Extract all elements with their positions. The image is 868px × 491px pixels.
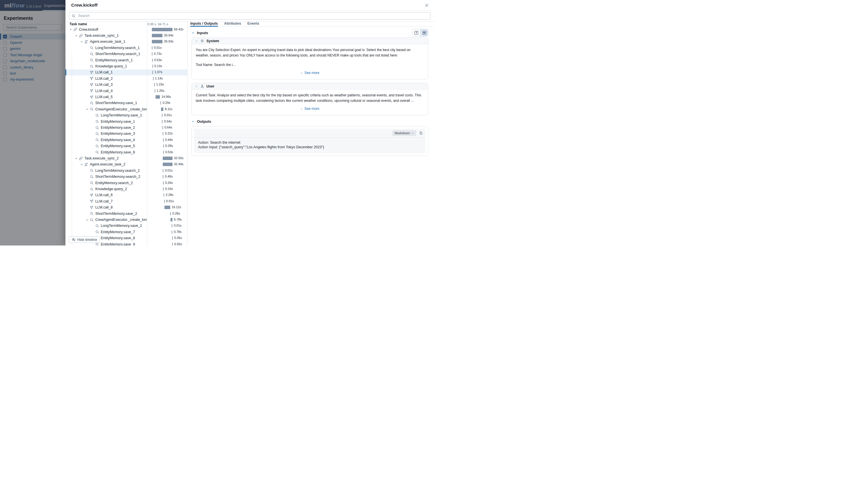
tree-row[interactable]: ShortTermMemory.save_10.29s: [65, 100, 187, 106]
search-icon: [95, 150, 100, 154]
outputs-section-header[interactable]: Outputs: [191, 119, 428, 124]
tree-row[interactable]: ShortTermMemory.search_10.73s: [65, 51, 187, 57]
chevron-down-icon[interactable]: [85, 108, 89, 111]
duration-label: 0.44s: [165, 138, 173, 141]
chevron-down-icon: [411, 132, 414, 135]
span-name: Crew.kickoff: [79, 28, 98, 32]
tree-row[interactable]: Agent.execute_task_135.93s: [65, 39, 187, 45]
tree-row[interactable]: LongTermMemory.save_20.01s: [65, 223, 187, 229]
gear-icon: [200, 39, 204, 43]
system-message-text: You are City Selection Expert. An expert…: [196, 47, 424, 58]
output-line: Action Input: {"search_query":"Los Angel…: [198, 145, 422, 149]
search-icon: [89, 212, 94, 215]
network-icon: [89, 95, 94, 99]
chevron-down-icon[interactable]: [74, 157, 78, 160]
render-mode-toggle: T M: [412, 29, 428, 36]
duration-label: 0.01s: [165, 169, 172, 172]
tab-events[interactable]: Events: [247, 22, 259, 26]
markdown-toggle[interactable]: M: [420, 29, 428, 36]
tree-row[interactable]: Task.execute_sync_232.50s: [65, 155, 187, 161]
network-icon: [89, 83, 94, 87]
duration-label: 35.94s: [164, 34, 173, 37]
network-icon: [89, 193, 94, 197]
duration-bar: [152, 34, 162, 37]
span-name: LLM.call_4: [95, 89, 112, 93]
tree-rows: Crew.kickoff69.42sTask.execute_sync_135.…: [65, 26, 187, 246]
raw-text-toggle[interactable]: T: [412, 29, 420, 36]
span-name: EntityMemory.save_8: [101, 236, 135, 240]
tree-row[interactable]: EntityMemory.save_10.54s: [65, 118, 187, 124]
duration-bar: [163, 150, 164, 154]
chevron-down-icon[interactable]: [79, 163, 84, 166]
duration-bar: [170, 212, 171, 215]
tree-row[interactable]: LongTermMemory.search_10.01s: [65, 45, 187, 51]
duration-label: 0.53s: [165, 150, 173, 154]
tree-row[interactable]: LLM.call_11.07s: [65, 69, 187, 76]
duration-label: 0.28s: [165, 144, 173, 147]
tree-row[interactable]: EntityMemory.save_20.64s: [65, 124, 187, 131]
network-icon: [89, 70, 94, 74]
tree-row[interactable]: Agent.execute_task_232.49s: [65, 162, 187, 168]
tree-row[interactable]: LLM.call_31.23s: [65, 82, 187, 88]
see-more-link[interactable]: See more: [196, 104, 424, 114]
duration-bar: [152, 28, 172, 31]
chevron-down-icon[interactable]: [68, 28, 73, 31]
span-name: LongTermMemory.save_1: [101, 113, 142, 117]
user-card-header[interactable]: User: [192, 83, 428, 89]
span-name: CrewAgentExecutor._create_long_term_memo…: [95, 107, 147, 111]
tree-row[interactable]: EntityMemory.save_30.22s: [65, 131, 187, 137]
tree-row[interactable]: LLM.call_70.91s: [65, 198, 187, 204]
tree-row[interactable]: LongTermMemory.search_20.01s: [65, 168, 187, 174]
tree-row[interactable]: Knowledge.query_20.16s: [65, 186, 187, 192]
tree-row[interactable]: EntityMemory.save_40.44s: [65, 137, 187, 143]
search-icon: [89, 218, 94, 222]
duration-bar: [172, 230, 172, 234]
link-icon: [78, 156, 83, 160]
duration-bar: [153, 64, 153, 68]
tree-row[interactable]: EntityMemory.search_20.26s: [65, 180, 187, 186]
detail-panel: Inputs / Outputs Attributes Events Input…: [187, 22, 434, 246]
trace-search-input[interactable]: [78, 13, 428, 18]
copy-icon[interactable]: [419, 132, 423, 135]
tree-row[interactable]: Crew.kickoff69.42s: [65, 26, 187, 32]
tree-row[interactable]: EntityMemory.save_70.78s: [65, 229, 187, 235]
tree-row[interactable]: LLM.call_21.14s: [65, 76, 187, 82]
system-card-header[interactable]: System: [192, 38, 428, 44]
tree-row[interactable]: LLM.call_62.28s: [65, 192, 187, 198]
tab-attributes[interactable]: Attributes: [224, 22, 241, 26]
hide-timeline-button[interactable]: Hide timeline: [69, 236, 100, 243]
tree-row[interactable]: EntityMemory.search_10.53s: [65, 57, 187, 63]
tab-inputs-outputs[interactable]: Inputs / Outputs: [190, 22, 218, 26]
close-icon[interactable]: [424, 3, 429, 8]
tree-row[interactable]: Task.execute_sync_135.94s: [65, 32, 187, 38]
chevron-right-icon: [195, 85, 198, 88]
duration-label: 0.78s: [174, 230, 182, 233]
tree-row[interactable]: ShortTermMemory.save_20.28s: [65, 210, 187, 216]
tree-row[interactable]: Knowledge.query_10.13s: [65, 63, 187, 69]
duration-label: 0.64s: [164, 126, 172, 129]
duration-label: 0.73s: [154, 52, 162, 55]
see-more-link[interactable]: See more: [196, 68, 424, 78]
chevron-down-icon[interactable]: [79, 40, 84, 43]
tree-row[interactable]: LLM.call_514.96s: [65, 94, 187, 100]
search-icon: [89, 187, 94, 191]
tree-row[interactable]: CrewAgentExecutor._create_long_term_memo…: [65, 216, 187, 223]
tree-row[interactable]: CrewAgentExecutor._create_long_term_memo…: [65, 106, 187, 112]
tree-row[interactable]: LongTermMemory.save_10.01s: [65, 112, 187, 118]
span-name: ShortTermMemory.search_2: [95, 175, 140, 179]
tree-row[interactable]: ShortTermMemory.search_20.49s: [65, 174, 187, 180]
format-select[interactable]: Markdown: [392, 130, 416, 136]
inputs-section-header[interactable]: Inputs T M: [191, 30, 428, 35]
tree-row[interactable]: EntityMemory.save_60.53s: [65, 149, 187, 155]
duration-bar: [152, 40, 162, 43]
chevron-down-icon[interactable]: [85, 218, 89, 222]
drawer-header: Crew.kickoff: [65, 0, 434, 10]
search-icon: [72, 14, 76, 18]
tree-row[interactable]: LLM.call_819.12s: [65, 204, 187, 210]
duration-label: 1.14s: [155, 77, 163, 80]
chevron-down-icon[interactable]: [74, 34, 78, 37]
tree-row[interactable]: EntityMemory.save_50.28s: [65, 143, 187, 149]
duration-bar: [152, 46, 153, 50]
duration-bar: [172, 224, 172, 227]
tree-row[interactable]: LLM.call_41.20s: [65, 88, 187, 94]
